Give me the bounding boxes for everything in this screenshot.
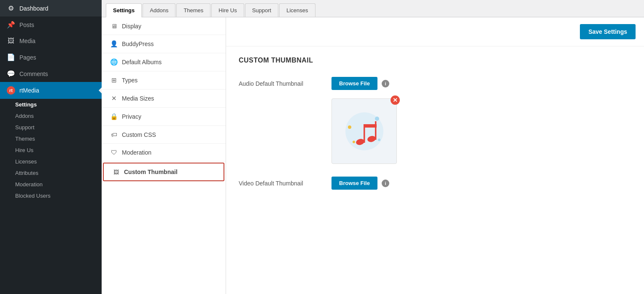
audio-thumbnail-row: Audio Default Thumbnail Browse File i ✕ (239, 77, 631, 164)
nav-item-buddypress[interactable]: 👤 BuddyPress (102, 35, 226, 53)
nav-item-custom-css[interactable]: 🏷 Custom CSS (102, 126, 226, 144)
section-content: CUSTOM THUMBNAIL Audio Default Thumbnail… (226, 46, 644, 212)
sidebar-sub-support[interactable]: Support (0, 122, 102, 133)
sidebar-sub-settings[interactable]: Settings (0, 99, 102, 110)
audio-browse-button[interactable]: Browse File (331, 77, 377, 90)
sidebar-sub-licenses[interactable]: Licenses (0, 156, 102, 167)
sidebar-sub-addons[interactable]: Addons (0, 110, 102, 122)
audio-thumbnail-controls-row: Browse File i (331, 77, 389, 90)
tab-support[interactable]: Support (245, 3, 279, 17)
settings-nav: 🖥 Display 👤 BuddyPress 🌐 Default Albums … (102, 17, 226, 294)
sidebar-sub-blocked-users[interactable]: Blocked Users (0, 190, 102, 201)
nav-item-default-albums[interactable]: 🌐 Default Albums (102, 53, 226, 71)
svg-point-3 (375, 117, 379, 121)
sidebar: ⚙ Dashboard 📌 Posts 🖼 Media 📄 Pages 💬 Co… (0, 0, 102, 294)
sidebar-sub-hire-us[interactable]: Hire Us (0, 144, 102, 156)
nav-item-display[interactable]: 🖥 Display (102, 17, 226, 35)
svg-rect-9 (364, 124, 377, 128)
svg-point-2 (353, 141, 355, 143)
nav-item-privacy[interactable]: 🔒 Privacy (102, 108, 226, 126)
media-sizes-nav-icon: ✕ (110, 95, 118, 102)
video-info-icon[interactable]: i (382, 180, 389, 187)
sidebar-item-dashboard[interactable]: ⚙ Dashboard (0, 0, 102, 16)
pages-icon: 📄 (7, 53, 15, 61)
sidebar-item-pages[interactable]: 📄 Pages (0, 49, 102, 65)
audio-thumbnail-controls: Browse File i ✕ (331, 77, 397, 164)
buddypress-nav-icon: 👤 (110, 40, 118, 48)
audio-info-icon[interactable]: i (382, 80, 389, 87)
audio-thumbnail-close-button[interactable]: ✕ (391, 95, 400, 105)
sidebar-sub-moderation[interactable]: Moderation (0, 179, 102, 190)
audio-thumbnail-image (341, 108, 388, 155)
custom-css-nav-icon: 🏷 (110, 131, 118, 138)
sidebar-sub-attributes[interactable]: Attributes (0, 167, 102, 179)
video-browse-button[interactable]: Browse File (331, 177, 377, 190)
tab-hire-us[interactable]: Hire Us (211, 3, 244, 17)
video-thumbnail-controls: Browse File i (331, 177, 389, 190)
comments-icon: 💬 (7, 70, 15, 78)
main-area: Settings Addons Themes Hire Us Support L… (102, 0, 644, 294)
sidebar-sub-themes[interactable]: Themes (0, 133, 102, 144)
sidebar-item-media[interactable]: 🖼 Media (0, 33, 102, 49)
save-settings-bar: Save Settings (226, 17, 644, 46)
svg-point-1 (348, 125, 351, 129)
audio-thumbnail-label: Audio Default Thumbnail (239, 77, 323, 87)
sidebar-item-rtmedia[interactable]: rt rtMedia (0, 82, 102, 99)
sidebar-item-posts[interactable]: 📌 Posts (0, 16, 102, 33)
video-thumbnail-row: Video Default Thumbnail Browse File i (239, 177, 631, 190)
rtmedia-icon: rt (7, 86, 15, 95)
video-thumbnail-controls-row: Browse File i (331, 177, 389, 190)
svg-rect-8 (375, 121, 377, 140)
nav-item-types[interactable]: ⊞ Types (102, 71, 226, 90)
nav-item-moderation[interactable]: 🛡 Moderation (102, 144, 226, 161)
tab-addons[interactable]: Addons (143, 3, 175, 17)
privacy-nav-icon: 🔒 (110, 113, 118, 120)
content-area: 🖥 Display 👤 BuddyPress 🌐 Default Albums … (102, 17, 644, 294)
media-icon: 🖼 (7, 37, 15, 45)
nav-item-custom-thumbnail[interactable]: 🖼 Custom Thumbnail (103, 163, 224, 181)
settings-panel: Save Settings CUSTOM THUMBNAIL Audio Def… (226, 17, 644, 294)
svg-point-4 (378, 139, 380, 141)
sidebar-item-comments[interactable]: 💬 Comments (0, 65, 102, 82)
tab-settings[interactable]: Settings (106, 3, 142, 17)
dashboard-icon: ⚙ (7, 4, 15, 12)
tabs-bar: Settings Addons Themes Hire Us Support L… (102, 0, 644, 17)
display-nav-icon: 🖥 (110, 22, 118, 30)
tab-themes[interactable]: Themes (176, 3, 210, 17)
nav-item-media-sizes[interactable]: ✕ Media Sizes (102, 90, 226, 108)
audio-thumbnail-preview: ✕ (331, 98, 397, 164)
video-thumbnail-label: Video Default Thumbnail (239, 177, 323, 187)
section-title: CUSTOM THUMBNAIL (239, 57, 631, 64)
custom-thumbnail-nav-icon: 🖼 (112, 169, 120, 175)
tab-licenses[interactable]: Licenses (279, 3, 315, 17)
posts-icon: 📌 (7, 21, 15, 29)
save-settings-button[interactable]: Save Settings (580, 24, 636, 39)
default-albums-nav-icon: 🌐 (110, 58, 118, 66)
moderation-nav-icon: 🛡 (110, 149, 118, 156)
types-nav-icon: ⊞ (110, 76, 118, 84)
